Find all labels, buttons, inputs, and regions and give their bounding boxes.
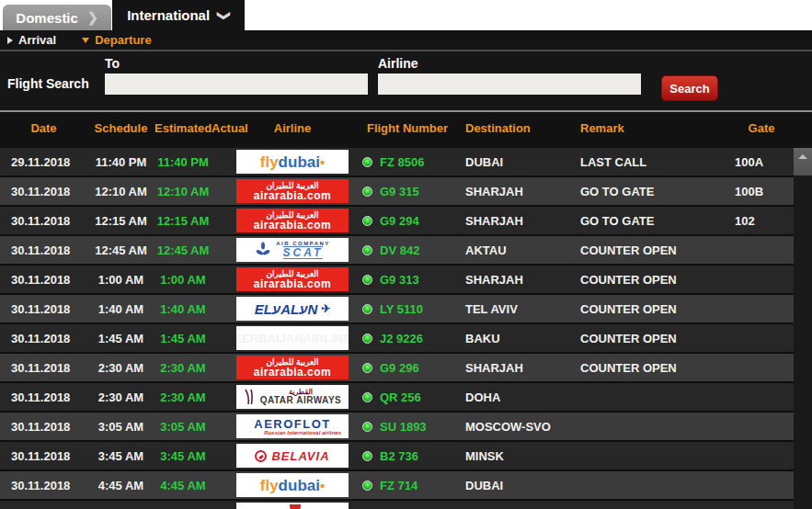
cell-estimated: 1:45 AM [154,332,212,345]
cell-date: 30.11.2018 [0,361,87,375]
scroll-up-arrow-icon [798,154,807,159]
airline-logo-belavia: BELAVIA [236,444,349,468]
cell-date: 30.11.2018 [0,449,87,463]
status-dot-icon [362,187,372,197]
flight-number-text: G9 294 [380,214,419,228]
nav-arrival-label: Arrival [18,33,56,47]
tab-domestic[interactable]: Domestic ❯ [3,5,111,30]
cell-schedule: 12:45 AM [87,243,154,257]
cell-destination: SHARJAH [458,214,564,228]
tab-international[interactable]: International ❯ [112,0,245,30]
cell-airline: العربية للطيرانairarabia.com [228,179,357,203]
flight-number-text: SU 1893 [380,420,427,434]
status-dot-icon [362,157,372,167]
column-header-flight-number: Flight Number [357,121,458,135]
flight-number-text: QR 256 [380,390,421,404]
airplane-icon: ✈ [321,303,330,314]
cell-date: 30.11.2018 [0,332,87,345]
cell-remark: COUNTER OPEN [564,243,729,257]
table-row: 30.11.201812:10 AM12:10 AMالعربية للطيرا… [0,177,794,205]
status-dot-icon [362,422,372,432]
airline-logo-airarabia: العربية للطيرانairarabia.com [236,356,349,379]
cell-flight-number: QR 256 [357,390,458,404]
table-row: 30.11.20181:00 AM1:00 AMالعربية للطيرانa… [0,266,794,293]
cell-destination: AKTAU [458,243,564,257]
airline-logo-airarabia: العربية للطيرانairarabia.com [236,179,349,203]
cell-schedule: 12:10 AM [87,185,154,198]
cell-flight-number: SU 1893 [357,420,458,434]
cell-date: 30.11.2018 [0,302,87,316]
cell-airline: flydubai• [228,473,357,497]
airline-logo-airarabia: العربية للطيرانairarabia.com [236,209,349,232]
cell-remark: COUNTER OPEN [564,361,729,375]
column-header-airline: Airline [228,121,357,135]
cell-destination: MOSCOW-SVO [458,420,564,434]
flight-search-panel: Flight Search To Airline Search [0,51,812,112]
status-dot-icon [362,392,372,402]
airline-input[interactable] [378,74,641,95]
cell-flight-number: LY 5110 [357,302,458,316]
flight-number-text: LY 5110 [380,302,423,316]
flight-number-text: B2 736 [380,449,418,463]
cell-airline: flydubai• [228,150,357,174]
cell-airline: العربية للطيرانairarabia.com [228,267,357,291]
table-header: DateScheduleEstimatedActualAirlineFlight… [0,112,794,144]
cell-remark: COUNTER OPEN [564,273,729,287]
cell-estimated: 3:05 AM [154,420,212,434]
nav-departure[interactable]: Departure [82,33,151,47]
cell-destination: MINSK [458,449,564,463]
status-dot-icon [362,481,372,491]
cell-schedule: 3:05 AM [87,420,154,434]
cell-gate: 102 [729,214,794,228]
column-header-schedule: Schedule [87,121,154,135]
cell-remark: LAST CALL [564,155,729,169]
to-label: To [105,56,368,71]
cell-date: 29.11.2018 [0,155,87,169]
cell-schedule: 1:00 AM [87,273,154,287]
cell-schedule: 2:30 AM [87,390,154,404]
cell-airline: BELAVIA [228,444,357,468]
triangle-down-icon [82,38,89,43]
search-button[interactable]: Search [661,75,718,101]
table-header-wrap: DateScheduleEstimatedActualAirlineFlight… [0,112,812,144]
cell-schedule: 4:45 AM [87,479,154,492]
cell-date: 30.11.2018 [0,420,87,434]
cell-remark: GO TO GATE [564,214,729,228]
table-row: 30.11.20183:45 AM3:45 AMBELAVIAB2 736MIN… [0,442,794,469]
cell-remark: GO TO GATE [564,185,729,198]
status-dot-icon [362,451,372,461]
status-dot-icon [362,275,372,285]
cell-destination: SHARJAH [458,185,564,198]
nav-arrival[interactable]: Arrival [7,33,56,47]
vertical-scrollbar[interactable] [794,148,812,509]
cell-destination: SHARJAH [458,361,564,375]
cell-airline: القطريةQATAR AIRWAYS [228,385,357,409]
column-header-actual: Actual [212,121,228,135]
cell-airline: ELעALעN✈ [228,297,357,321]
cell-airline: العربية للطيرانairarabia.com [228,356,357,379]
flight-number-text: DV 842 [380,243,419,257]
cell-estimated: 2:30 AM [154,361,212,375]
cell-date: 30.11.2018 [0,185,87,198]
flight-search-title: Flight Search [7,76,105,91]
cell-airline: العربية للطيرانairarabia.com [228,209,357,232]
table-row: 30.11.20182:30 AM2:30 AMالعربية للطيرانa… [0,354,794,381]
cell-estimated: 12:15 AM [154,214,212,228]
flight-number-text: G9 296 [380,361,419,375]
column-header-gate: Gate [729,121,794,135]
cell-schedule: 1:40 AM [87,302,154,316]
airline-field-group: Airline [378,51,641,95]
cell-airline [228,503,357,509]
table-row: 30.11.20182:30 AM2:30 AMالقطريةQATAR AIR… [0,383,794,411]
cell-schedule: 3:45 AM [87,449,154,463]
flight-number-text: FZ 714 [380,479,417,492]
cell-estimated: 4:45 AM [154,479,212,492]
to-input[interactable] [105,74,368,95]
scroll-up-button[interactable] [794,148,812,175]
cell-date: 30.11.2018 [0,273,87,287]
chevron-down-icon: ❯ [217,10,232,21]
cell-flight-number: J2 9226 [357,332,458,345]
status-dot-icon [362,216,372,226]
cell-flight-number: FZ 8506 [357,155,458,169]
tab-bar: Domestic ❯ International ❯ [0,0,812,30]
